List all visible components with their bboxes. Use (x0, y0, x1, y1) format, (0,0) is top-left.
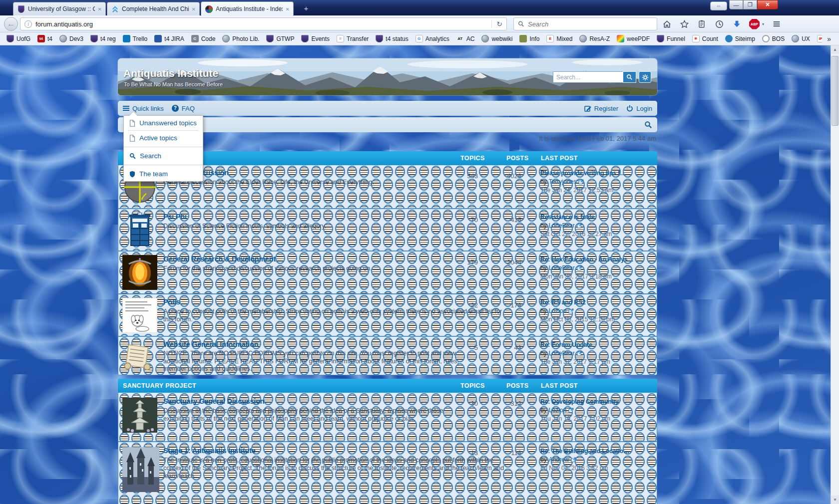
bookmark-item[interactable]: E Mixed (543, 35, 576, 42)
goto-last-post-icon[interactable] (577, 265, 582, 271)
bookmark-item[interactable]: G Analytics (412, 35, 453, 42)
lastpost-title-link[interactable]: Re: RS and RS2 (540, 298, 651, 307)
bookmark-item[interactable]: Dev3 (56, 35, 87, 42)
forum-title-link[interactable]: Sanctuary General Discussion (163, 397, 463, 405)
bookmark-item[interactable]: BOS (759, 35, 788, 42)
dropdown-search[interactable]: Search (124, 149, 203, 163)
bookmark-item[interactable]: Funnel (653, 35, 689, 42)
bookmark-item[interactable]: UofG (3, 35, 34, 42)
tardis-icon[interactable] (122, 213, 157, 248)
pagoda-icon[interactable] (122, 398, 157, 433)
url-text[interactable]: forum.antiquatis.org (35, 20, 488, 28)
tab-complete-health[interactable]: Complete Health And Chir... ✕ (107, 2, 200, 15)
page-scrollbar[interactable]: ▲ ▼ (831, 45, 839, 504)
back-button[interactable]: ← (4, 17, 18, 31)
comic-dog-icon[interactable] (122, 298, 157, 333)
dropdown-unanswered-topics[interactable]: Unanswered topics (124, 116, 203, 130)
bookmark-item[interactable]: Trello (119, 35, 151, 42)
dropdown-active-topics[interactable]: Active topics (124, 131, 203, 145)
bookmark-item[interactable]: UX (788, 35, 814, 42)
goto-last-post-icon[interactable] (577, 223, 582, 229)
scroll-down-arrow[interactable]: ▼ (831, 496, 839, 504)
bookmark-item[interactable]: t4 JIRA (151, 35, 187, 42)
bookmark-item[interactable]: ✳ Count (689, 35, 722, 42)
lastpost-title-link[interactable]: Re: Developing Community (540, 398, 651, 406)
scroll-icon[interactable] (122, 340, 153, 371)
bookmark-item[interactable]: webwiki (478, 35, 516, 42)
lastpost-title-link[interactable]: Resistance is futile. (540, 213, 651, 222)
bookmark-item[interactable]: weePDF (613, 35, 653, 42)
lastpost-user-link[interactable]: Terryjones (549, 178, 576, 186)
search-icon[interactable] (644, 121, 652, 129)
bookmark-item[interactable]: ResA-Z (576, 35, 613, 42)
tab-close-icon[interactable]: ✕ (192, 6, 196, 12)
bookmark-item[interactable]: Info (516, 35, 543, 42)
browser-search-input[interactable] (528, 20, 653, 28)
dropdown-the-team[interactable]: The team (124, 167, 203, 181)
lastpost-title-link[interactable]: Re: The Building and Locatio… (540, 447, 651, 456)
faq-link[interactable]: ? FAQ (172, 105, 195, 112)
castle-icon[interactable] (122, 447, 159, 492)
tab-close-icon[interactable]: ✕ (98, 6, 102, 12)
bookmark-item[interactable]: t4 t4 (34, 35, 56, 42)
forum-search-button[interactable] (623, 71, 636, 83)
lamp-icon[interactable] (122, 255, 157, 290)
bookmark-item[interactable]: C Code (188, 35, 219, 42)
goto-last-post-icon[interactable] (568, 308, 574, 314)
scrollbar-thumb[interactable] (832, 56, 839, 126)
home-icon[interactable] (662, 19, 672, 29)
lastpost-user-link[interactable]: LoneBear (549, 264, 575, 272)
bookmark-item[interactable]: Siteimp (722, 35, 759, 42)
bookmark-item[interactable]: t4 status (372, 35, 412, 42)
url-bar[interactable]: i forum.antiquatis.org ↻ (20, 17, 507, 30)
lastpost-user-link[interactable]: Andrew (549, 456, 569, 464)
bookmark-item[interactable]: Photo Lib. (219, 35, 263, 42)
lastpost-user-link[interactable]: LoneBear (549, 349, 575, 358)
site-info-icon[interactable]: i (24, 20, 32, 28)
adblock-icon[interactable]: ABP (749, 19, 760, 29)
lastpost-title-link[interactable]: Please provide writing tips f… (540, 169, 651, 178)
register-link[interactable]: Register (584, 105, 618, 112)
bookmark-item[interactable]: Events (298, 35, 333, 42)
reload-icon[interactable]: ↻ (491, 20, 502, 28)
by-label: by (540, 264, 547, 272)
advanced-search-button[interactable] (639, 71, 651, 83)
session-restore-button[interactable]: ⇔ (710, 1, 727, 10)
goto-last-post-icon[interactable] (571, 457, 576, 463)
minimize-button[interactable]: — (729, 0, 743, 9)
topics-count: 70 (443, 216, 478, 224)
forum-search-input[interactable] (553, 71, 623, 83)
bookmark-item[interactable]: IP tools (814, 35, 822, 42)
quick-links-button[interactable]: Quick links (123, 105, 164, 112)
lastpost-user-link[interactable]: Lozion (549, 307, 566, 315)
forum-title-link[interactable]: Website General Information (163, 340, 473, 348)
bookmark-item[interactable]: ≡ Transfer (333, 35, 372, 42)
bookmark-star-icon[interactable] (679, 19, 689, 29)
goto-last-post-icon[interactable] (568, 408, 574, 413)
new-tab-button[interactable]: + (300, 4, 313, 13)
topics-column-header: TOPICS (460, 151, 485, 165)
bookmark-item[interactable]: t4 reg (87, 35, 119, 42)
adblock-caret-icon[interactable]: ▾ (762, 22, 764, 26)
tab-close-icon[interactable]: ✕ (286, 6, 290, 12)
login-link[interactable]: Login (626, 105, 652, 112)
bookmarks-overflow-chevron[interactable]: » (822, 35, 836, 43)
lastpost-title-link[interactable]: Re: Hex Education - An Analys… (540, 255, 651, 264)
lastpost-user-link[interactable]: LoneBear (549, 222, 575, 230)
bookmark-item[interactable]: GTWP (263, 35, 298, 42)
bookmarks-menu-icon[interactable] (697, 19, 707, 29)
goto-last-post-icon[interactable] (577, 351, 582, 356)
lastpost-user-link[interactable]: Lozion (549, 406, 566, 415)
close-button[interactable]: ✕ (757, 0, 778, 9)
lastpost-title-link[interactable]: Re: Forum Update (540, 341, 651, 349)
bookmark-item[interactable]: AT AC (453, 35, 478, 42)
scroll-up-arrow[interactable]: ▲ (831, 45, 839, 54)
restore-button[interactable]: ❐ (743, 0, 757, 9)
goto-last-post-icon[interactable] (578, 179, 584, 185)
browser-search-bar[interactable] (513, 17, 657, 30)
download-icon[interactable] (732, 19, 742, 29)
tab-university-of-glasgow[interactable]: University of Glasgow :: Gla... ✕ (13, 2, 106, 15)
menu-hamburger-icon[interactable] (772, 19, 782, 29)
tab-antiquatis-institute[interactable]: Antiquatis Institute - Index ... ✕ (201, 1, 294, 16)
history-clock-icon[interactable] (714, 19, 724, 29)
